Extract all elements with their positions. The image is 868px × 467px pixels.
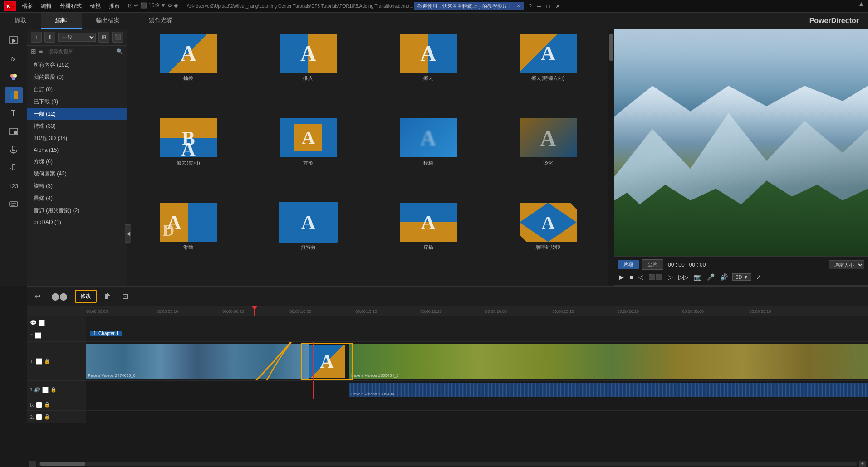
full-btn[interactable]: 全片 bbox=[642, 259, 663, 270]
comment-track-check[interactable] bbox=[39, 320, 45, 326]
menu-edit[interactable]: 編輯 bbox=[41, 2, 52, 10]
import-btn[interactable]: ⬆ bbox=[44, 32, 55, 43]
track2-check[interactable] bbox=[36, 414, 42, 420]
filter-prodad[interactable]: proDAD (1) bbox=[27, 217, 127, 228]
tab-edit[interactable]: 編輯 bbox=[41, 13, 82, 29]
play-btn[interactable]: ▶ bbox=[618, 272, 625, 282]
video-track-check[interactable] bbox=[36, 358, 42, 365]
filter-bar[interactable]: 長條 (4) bbox=[27, 192, 127, 204]
transition-item-3[interactable]: A 擦去(時鐘方向) bbox=[489, 31, 608, 115]
preview-menu-icon[interactable]: ▲ bbox=[858, 0, 864, 7]
preview-size-select[interactable]: 適當大小 bbox=[829, 260, 864, 269]
segment-btn[interactable]: 片段 bbox=[618, 260, 639, 269]
sidebar-icon-title[interactable]: T bbox=[5, 105, 23, 122]
transition-item-6[interactable]: A 模糊 bbox=[369, 116, 488, 199]
grid-icon[interactable]: ⊞ bbox=[31, 48, 36, 55]
delete-btn[interactable]: 🗑 bbox=[100, 291, 115, 302]
comment-track-header: 💬 bbox=[27, 316, 86, 329]
tab-disc[interactable]: 製作光碟 bbox=[134, 13, 187, 29]
filter-special[interactable]: 特殊 (33) bbox=[27, 120, 127, 132]
next-frame-btn[interactable]: ▷ bbox=[667, 272, 674, 282]
filter-general[interactable]: 一般 (12) bbox=[27, 108, 127, 120]
sidebar-icon-fx[interactable]: fx bbox=[5, 51, 23, 67]
sidebar-icon-audio[interactable] bbox=[5, 141, 23, 158]
lock-icon[interactable]: 🔒 bbox=[44, 358, 50, 364]
title-track-content: 1. Chapter 1 bbox=[86, 329, 868, 341]
zoom-out-btn[interactable]: - bbox=[29, 461, 36, 467]
close-btn[interactable]: ✕ bbox=[555, 3, 560, 10]
filter-downloaded[interactable]: 已下載 (0) bbox=[27, 96, 127, 108]
voiceover-btn[interactable]: 🎤 bbox=[706, 272, 716, 282]
stop-btn[interactable]: ■ bbox=[628, 272, 634, 282]
collapse-panel-arrow[interactable]: ◀ bbox=[125, 224, 131, 243]
menu-file[interactable]: 檔案 bbox=[22, 2, 33, 10]
transition-item-2[interactable]: A 擦去 bbox=[369, 31, 488, 115]
audio1-track-check[interactable] bbox=[42, 387, 49, 393]
list-icon[interactable]: ≡ bbox=[39, 48, 43, 55]
filter-square[interactable]: 方塊 (6) bbox=[27, 156, 127, 168]
audio-clip-1[interactable]: Pexels Videos 1605434_0 bbox=[349, 383, 868, 397]
transition-item-1[interactable]: A 推入 bbox=[249, 31, 368, 115]
menu-plugin[interactable]: 外掛程式 bbox=[60, 2, 82, 10]
filter-all[interactable]: 所有內容 (152) bbox=[27, 59, 127, 71]
filter-rotate[interactable]: 旋轉 (3) bbox=[27, 180, 127, 192]
transition-item-9[interactable]: A 無特效 bbox=[249, 200, 368, 284]
notice-close[interactable]: ✕ bbox=[516, 3, 520, 9]
preview-top-controls: 片段 全片 00 : 00 : 00 : 00 適當大小 bbox=[618, 259, 864, 270]
volume-btn[interactable]: 🔊 bbox=[719, 272, 729, 282]
transition-overlay-box[interactable]: A bbox=[301, 343, 353, 380]
filter-alpha[interactable]: Alpha (15) bbox=[27, 145, 127, 156]
title-track-check[interactable] bbox=[35, 332, 41, 339]
transition-item-4[interactable]: B A 擦去(柔和) bbox=[129, 116, 248, 199]
filter-custom[interactable]: 自訂 (0) bbox=[27, 83, 127, 96]
record-btn[interactable]: ⬛⬛ bbox=[648, 273, 663, 281]
fx-track-check[interactable] bbox=[36, 402, 42, 408]
filter-audio[interactable]: 音訊 (用於音樂) (2) bbox=[27, 204, 127, 217]
video-clip-2[interactable]: Pexels Videos 1605434_0 bbox=[349, 344, 868, 379]
size-btn[interactable]: ⬛ bbox=[112, 32, 123, 43]
snapshot-btn[interactable]: 📷 bbox=[693, 272, 702, 282]
audio1-lock[interactable]: 🔒 bbox=[50, 387, 57, 393]
menu-playback[interactable]: 播放 bbox=[109, 2, 120, 10]
maximize-btn[interactable]: □ bbox=[547, 3, 550, 10]
sidebar-icon-color[interactable] bbox=[5, 69, 23, 85]
timeline-zoom-fit-btn[interactable]: ⬤⬤ bbox=[48, 290, 71, 302]
audio-clip-label: Pexels Videos 1605434_0 bbox=[351, 392, 398, 396]
zoom-in-btn[interactable]: + bbox=[859, 461, 866, 467]
transition-item-5[interactable]: A 方形 bbox=[249, 116, 368, 199]
menu-view[interactable]: 檢視 bbox=[90, 2, 101, 10]
sidebar-icon-subtitle[interactable] bbox=[5, 196, 23, 212]
add-btn[interactable]: + bbox=[31, 32, 42, 43]
fullscreen-btn[interactable]: ⤢ bbox=[755, 272, 762, 282]
transition-item-8[interactable]: A D 滑動 bbox=[129, 200, 248, 284]
category-dropdown[interactable]: 一般 bbox=[58, 33, 96, 42]
vertical-scrollbar[interactable] bbox=[608, 29, 614, 286]
filter-geo[interactable]: 幾何圖案 (42) bbox=[27, 168, 127, 180]
3d-btn[interactable]: 3D ▼ bbox=[732, 273, 751, 281]
filter-favorites[interactable]: 我的最愛 (0) bbox=[27, 71, 127, 83]
sidebar-icon-pip[interactable] bbox=[5, 123, 23, 140]
minimize-btn[interactable]: ─ bbox=[537, 3, 541, 10]
sidebar-icon-mic[interactable] bbox=[5, 160, 23, 176]
sidebar-icon-media[interactable] bbox=[5, 33, 23, 49]
tab-capture[interactable]: 擷取 bbox=[0, 13, 41, 29]
transition-item-7[interactable]: A 淡化 bbox=[489, 116, 608, 199]
horizontal-scrollbar[interactable] bbox=[38, 462, 857, 466]
help-btn[interactable]: ? bbox=[529, 3, 532, 10]
comment-track-content bbox=[86, 316, 868, 329]
timeline-undo-btn[interactable]: ↩ bbox=[31, 290, 44, 302]
view-toggle-btn[interactable]: ⊞ bbox=[98, 32, 109, 43]
transition-item-0[interactable]: A 抽換 bbox=[129, 31, 248, 115]
modify-btn[interactable]: 修改 bbox=[75, 290, 97, 303]
fast-forward-btn[interactable]: ▷▷ bbox=[677, 272, 689, 282]
prev-frame-btn[interactable]: ◁ bbox=[638, 272, 644, 282]
split-btn[interactable]: ⊡ bbox=[118, 290, 132, 302]
transition-item-11[interactable]: A 順時針旋轉 bbox=[489, 200, 608, 284]
transition-item-10[interactable]: A 穿插 bbox=[369, 200, 488, 284]
sidebar-icon-transition[interactable] bbox=[5, 87, 23, 103]
sidebar-icon-number[interactable]: 123 bbox=[5, 178, 23, 194]
search-icon[interactable]: 🔍 bbox=[116, 48, 123, 54]
video-clip-1[interactable]: Pexels Videos 2474616_0 bbox=[86, 344, 309, 379]
tab-export[interactable]: 輸出檔案 bbox=[82, 13, 134, 29]
filter-3d[interactable]: 3D/類 3D (34) bbox=[27, 132, 127, 145]
